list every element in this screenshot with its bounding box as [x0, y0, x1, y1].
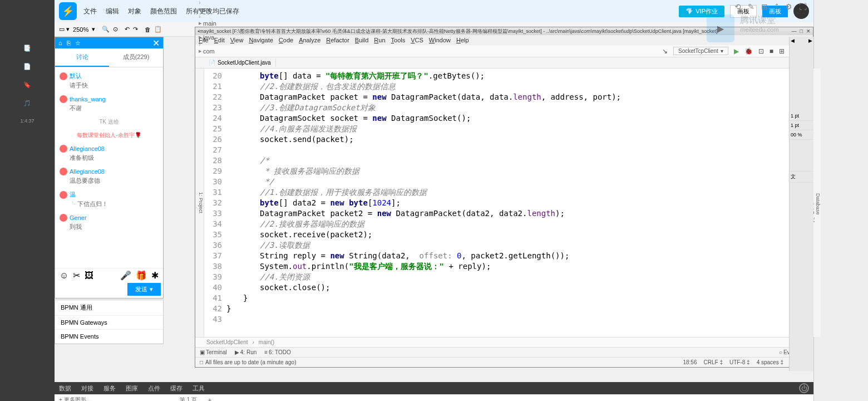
bottom-tab[interactable]: 对接	[81, 384, 93, 393]
indent-setting[interactable]: 4 spaces ‡	[757, 359, 783, 365]
menu-analyze[interactable]: Analyze	[299, 37, 320, 43]
left-icon[interactable]: 🔖	[23, 81, 31, 89]
add-page-icon[interactable]: +	[208, 397, 211, 402]
line-separator[interactable]: CRLF ‡	[704, 359, 723, 365]
code-content[interactable]: byte[] data = "每特教育第六期开班了吗？".getBytes();…	[226, 69, 805, 337]
left-tool-gutter[interactable]: 1: Project	[195, 69, 204, 337]
zoom-level[interactable]: 250%	[73, 26, 88, 33]
close-icon[interactable]: ✕	[806, 28, 811, 34]
shape-category[interactable]: BPMN Gateways	[55, 316, 163, 330]
redo-icon[interactable]: ↷	[133, 26, 138, 33]
copy-icon[interactable]: ⎘	[67, 40, 71, 46]
dropdown-icon[interactable]: ▭ ▾	[59, 26, 70, 33]
star-icon[interactable]: ☆	[75, 40, 81, 47]
settings-icon[interactable]: ✱	[151, 270, 159, 281]
app-logo-icon[interactable]: ⚡	[59, 2, 77, 20]
share-icon[interactable]: ⤴	[775, 2, 778, 11]
menu-help[interactable]: Help	[456, 37, 469, 43]
left-icon[interactable]: 1:4:37	[20, 118, 34, 124]
mic-icon[interactable]: 🎤	[120, 270, 131, 281]
tab-todo[interactable]: ≡ 6: TODO	[264, 349, 291, 355]
database-tool[interactable]: Database	[815, 71, 821, 337]
menu-code[interactable]: Code	[279, 37, 293, 43]
menu-vcs[interactable]: VCS	[411, 37, 423, 43]
file-encoding[interactable]: UTF-8 ‡	[729, 359, 750, 365]
tab-discuss[interactable]: 讨论	[55, 48, 109, 67]
vip-badge[interactable]: 💎 VIP作业	[679, 6, 724, 17]
run-icon[interactable]: ▶	[734, 47, 739, 55]
bottom-tab[interactable]: 点件	[148, 384, 160, 393]
page-number[interactable]: 第 1 页	[180, 396, 197, 401]
prop-row[interactable]: 1 pt	[790, 111, 813, 121]
delete-icon[interactable]: 🗑	[145, 26, 151, 33]
bc-method[interactable]: main()	[259, 339, 274, 345]
gift-icon[interactable]: 🎁	[136, 270, 147, 281]
zoom-dropdown-icon[interactable]: ▾	[92, 26, 95, 33]
structure-icon[interactable]: ⊞	[779, 47, 785, 55]
grid-icon[interactable]: ⊞	[761, 2, 768, 11]
undo-icon[interactable]: ⟲	[734, 2, 741, 11]
breadcrumb-item[interactable]: ▸ main	[199, 19, 249, 27]
bottom-tab[interactable]: 缓存	[170, 384, 183, 393]
send-button[interactable]: 发送 ▾	[127, 283, 161, 296]
menu-navigate[interactable]: Navigate	[249, 37, 273, 43]
menu-tools[interactable]: Tools	[391, 37, 406, 43]
prop-row[interactable]: 00 %	[790, 130, 813, 140]
shape-category[interactable]: BPMN Events	[55, 330, 163, 344]
bottom-tab[interactable]: 图庫	[126, 384, 138, 393]
menu-refactor[interactable]: Refactor	[326, 37, 349, 43]
left-icon[interactable]: 🎵	[23, 100, 31, 107]
left-icon[interactable]: 📄	[23, 63, 31, 70]
bottom-tab[interactable]: 数据	[59, 384, 71, 393]
bottom-tab[interactable]: 服务	[103, 384, 116, 393]
add-shapes[interactable]: + 更多图形...	[59, 396, 91, 401]
right-tool-gutter[interactable]: Database Ant Build	[813, 69, 821, 337]
gear-icon[interactable]: ⚙	[785, 2, 792, 11]
prev-icon[interactable]: ◀	[791, 38, 795, 43]
menu-window[interactable]: Window	[429, 37, 451, 43]
minimize-icon[interactable]: —	[792, 28, 797, 34]
editor-tab[interactable]: 📄 SocketUdpClient.java	[204, 58, 276, 67]
menu-run[interactable]: Run	[374, 37, 385, 43]
cursor-position[interactable]: 18:56	[683, 359, 697, 365]
menu-color[interactable]: 颜色范围	[150, 7, 177, 16]
close-icon[interactable]: ✕	[152, 38, 160, 48]
chat-titlebar[interactable]: ⌂ ⎘ ☆ ✕	[55, 37, 163, 48]
image-icon[interactable]: 🖼	[85, 271, 93, 281]
build-icon[interactable]: ↘	[662, 47, 668, 55]
tab-run[interactable]: ▶ 4: Run	[235, 349, 257, 355]
chat-messages[interactable]: 默认请手快thanks_wang不谢TK 送给每数课堂创始人-余胜宇🌹Alleg…	[55, 67, 163, 241]
bc-class[interactable]: SocketUdpClient	[206, 339, 248, 345]
breadcrumb-item[interactable]: ▸ src	[199, 6, 249, 13]
search-icon[interactable]: 🔍	[102, 26, 110, 33]
menu-file[interactable]: 文件	[83, 7, 97, 16]
breadcrumb-item[interactable]: ▸ com	[199, 47, 249, 55]
tab-terminal[interactable]: ▣ Terminal	[200, 349, 227, 355]
ide-titlebar[interactable]: ▪ mayikt_socket [F:\图你教育\专转本首首大大期放版本审\v6…	[195, 27, 813, 35]
shape-category[interactable]: BPMN 通用	[55, 300, 163, 316]
zoom-fit-icon[interactable]: ⊙	[113, 26, 118, 33]
edit-icon[interactable]: ✎	[748, 2, 754, 11]
run-config-dropdown[interactable]: SocketTcpClient ▾	[673, 47, 728, 55]
stop-icon[interactable]: ■	[770, 47, 773, 55]
prop-row[interactable]: 文	[790, 172, 813, 183]
bottom-tab[interactable]: 工具	[193, 384, 205, 393]
left-icon[interactable]: 📑	[23, 45, 31, 52]
code-editor[interactable]: 2021222324252627282930313233343536373839…	[204, 69, 805, 337]
menu-edit[interactable]: 编辑	[106, 7, 119, 16]
tab-members[interactable]: 成员(229)	[109, 48, 163, 67]
coverage-icon[interactable]: ⊡	[758, 47, 764, 55]
maximize-icon[interactable]: □	[800, 28, 803, 34]
fullscreen-icon[interactable]: ⛶	[799, 2, 807, 11]
emoji-icon[interactable]: ☺	[60, 271, 68, 281]
menu-object[interactable]: 对象	[128, 7, 141, 16]
menu-build[interactable]: Build	[355, 37, 368, 43]
debug-icon[interactable]: 🐞	[744, 47, 753, 55]
scissors-icon[interactable]: ✂	[73, 270, 80, 281]
prop-row[interactable]: 1 pt	[790, 121, 813, 130]
breadcrumb-item[interactable]: ▸ java	[199, 33, 249, 41]
next-icon[interactable]: ▶	[808, 38, 812, 43]
undo-icon[interactable]: ↶	[125, 26, 130, 33]
power-icon[interactable]: ⏻	[799, 383, 809, 393]
home-icon[interactable]: ⌂	[58, 40, 62, 46]
